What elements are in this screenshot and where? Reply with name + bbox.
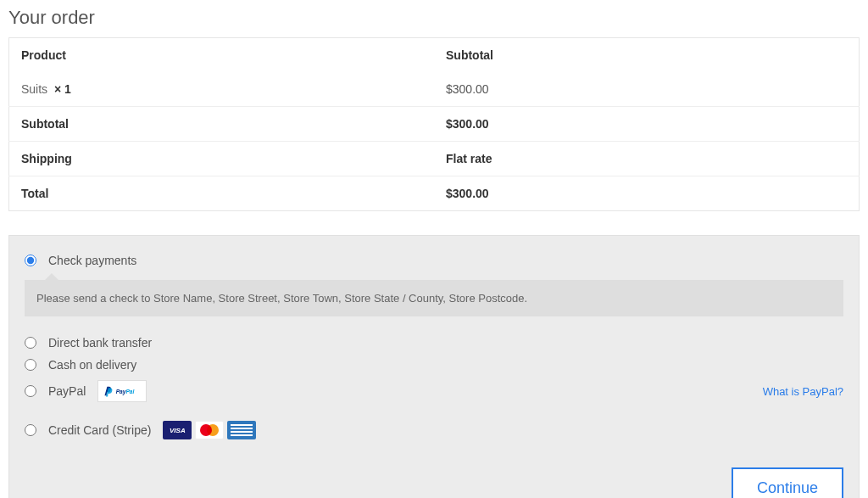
header-subtotal: Subtotal: [434, 38, 860, 73]
product-cell: Suits × 1: [9, 72, 435, 107]
payment-methods-panel: Check payments Please send a check to St…: [8, 235, 860, 498]
continue-button[interactable]: Continue: [732, 467, 843, 498]
label-check-payments[interactable]: Check payments: [48, 254, 136, 267]
what-is-paypal-link[interactable]: What is PayPal?: [763, 385, 843, 398]
product-name: Suits: [21, 82, 47, 96]
table-header-row: Product Subtotal: [9, 38, 860, 73]
payment-option-cod[interactable]: Cash on delivery: [25, 354, 843, 376]
table-row: Suits × 1 $300.00: [9, 72, 860, 107]
label-bank-transfer[interactable]: Direct bank transfer: [48, 336, 152, 350]
page-title: Your order: [8, 7, 860, 29]
button-row: Continue: [25, 467, 843, 498]
radio-paypal[interactable]: [25, 385, 36, 397]
total-label: Total: [9, 176, 435, 211]
payment-description-check: Please send a check to Store Name, Store…: [25, 280, 843, 316]
table-row: Shipping Flat rate: [9, 142, 860, 176]
label-paypal[interactable]: PayPal: [48, 384, 86, 398]
radio-cash-on-delivery[interactable]: [25, 359, 36, 371]
label-credit-card-stripe[interactable]: Credit Card (Stripe): [48, 423, 151, 437]
payment-option-paypal[interactable]: PayPal Pay Pal What is PayPal?: [25, 376, 843, 406]
shipping-label: Shipping: [9, 142, 435, 176]
radio-check-payments[interactable]: [25, 255, 36, 266]
product-price: $300.00: [434, 72, 860, 107]
table-row: Subtotal $300.00: [9, 107, 860, 142]
total-value: $300.00: [434, 176, 860, 211]
header-product: Product: [9, 38, 435, 73]
table-row: Total $300.00: [9, 176, 860, 211]
payment-option-bank[interactable]: Direct bank transfer: [25, 332, 843, 354]
label-cash-on-delivery[interactable]: Cash on delivery: [48, 358, 136, 372]
payment-option-check[interactable]: Check payments: [25, 249, 843, 271]
product-qty: × 1: [54, 82, 71, 96]
paypal-logo-icon: Pay Pal: [97, 380, 147, 402]
svg-text:Pal: Pal: [126, 389, 135, 394]
amex-icon: [227, 421, 256, 439]
payment-option-stripe[interactable]: Credit Card (Stripe) VISA: [25, 417, 843, 444]
shipping-value: Flat rate: [434, 142, 860, 176]
order-summary-table: Product Subtotal Suits × 1 $300.00 Subto…: [8, 37, 860, 211]
visa-icon: VISA: [163, 421, 192, 439]
subtotal-label: Subtotal: [9, 107, 435, 142]
mastercard-icon: [195, 421, 224, 439]
radio-credit-card-stripe[interactable]: [25, 424, 36, 436]
card-brand-icons: VISA: [163, 421, 256, 439]
radio-bank-transfer[interactable]: [25, 337, 36, 349]
subtotal-value: $300.00: [434, 107, 860, 142]
svg-text:Pay: Pay: [116, 389, 126, 395]
